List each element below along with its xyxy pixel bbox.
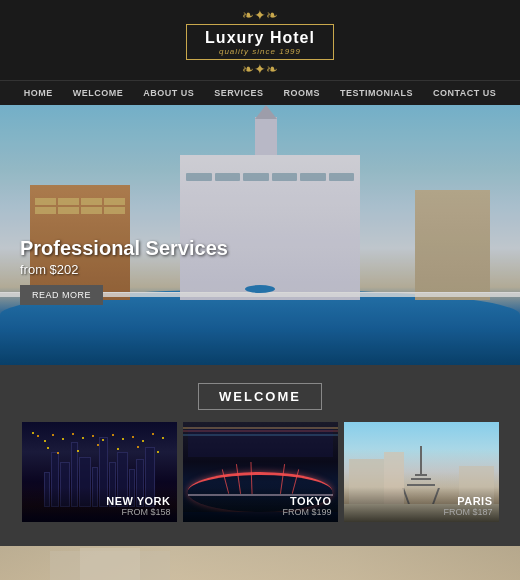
about-preview-image [0, 546, 520, 580]
paris-name: PARIS [350, 495, 493, 507]
nav-services[interactable]: SERVICES [204, 81, 273, 105]
logo-subtitle: quality since 1999 [205, 47, 315, 56]
tokyo-lights-line [183, 427, 338, 429]
hero-title: Professional Services [20, 236, 228, 260]
nav-contact[interactable]: CONTACT US [423, 81, 506, 105]
nav-testimonials[interactable]: TESTIMONIALS [330, 81, 423, 105]
paris-overlay: PARIS FROM $187 [344, 487, 499, 522]
tokyo-bg-buildings [188, 427, 333, 457]
ny-overlay: NEW YORK FROM $158 [22, 487, 177, 522]
ny-name: NEW YORK [28, 495, 171, 507]
tokyo-name: TOKYO [189, 495, 332, 507]
welcome-title: WELCOME [198, 383, 322, 410]
header: ❧✦❧ Luxury Hotel quality since 1999 ❧✦❧ [0, 0, 520, 81]
city-cards: NEW YORK FROM $158 [0, 422, 520, 522]
nav-rooms[interactable]: ROOMS [274, 81, 331, 105]
ny-price: FROM $158 [28, 507, 171, 517]
city-card-newyork[interactable]: NEW YORK FROM $158 [22, 422, 177, 522]
welcome-section: WELCOME [0, 365, 520, 534]
tokyo-overlay: TOKYO FROM $199 [183, 487, 338, 522]
tokyo-price: FROM $199 [189, 507, 332, 517]
hero-content: Professional Services from $202 READ MOR… [20, 236, 228, 305]
hero-overlay [0, 105, 520, 365]
city-card-paris[interactable]: PARIS FROM $187 [344, 422, 499, 522]
city-card-tokyo[interactable]: TOKYO FROM $199 [183, 422, 338, 522]
ornament-bottom-icon: ❧✦❧ [0, 62, 520, 76]
paris-price: FROM $187 [350, 507, 493, 517]
nav-home[interactable]: HOME [14, 81, 63, 105]
nav-welcome[interactable]: WELCOME [63, 81, 134, 105]
logo-title: Luxury Hotel [205, 28, 315, 47]
read-more-button[interactable]: READ MORE [20, 285, 103, 305]
main-nav: HOME WELCOME ABOUT US SERVICES ROOMS TES… [0, 81, 520, 105]
hero-price: from $202 [20, 262, 228, 277]
ny-city-lights [32, 432, 34, 434]
ornament-top-icon: ❧✦❧ [0, 8, 520, 22]
hero-section: Professional Services from $202 READ MOR… [0, 105, 520, 365]
nav-about[interactable]: ABOUT US [133, 81, 204, 105]
about-section: ABOUT US [0, 534, 520, 580]
logo-frame: Luxury Hotel quality since 1999 [186, 24, 334, 60]
